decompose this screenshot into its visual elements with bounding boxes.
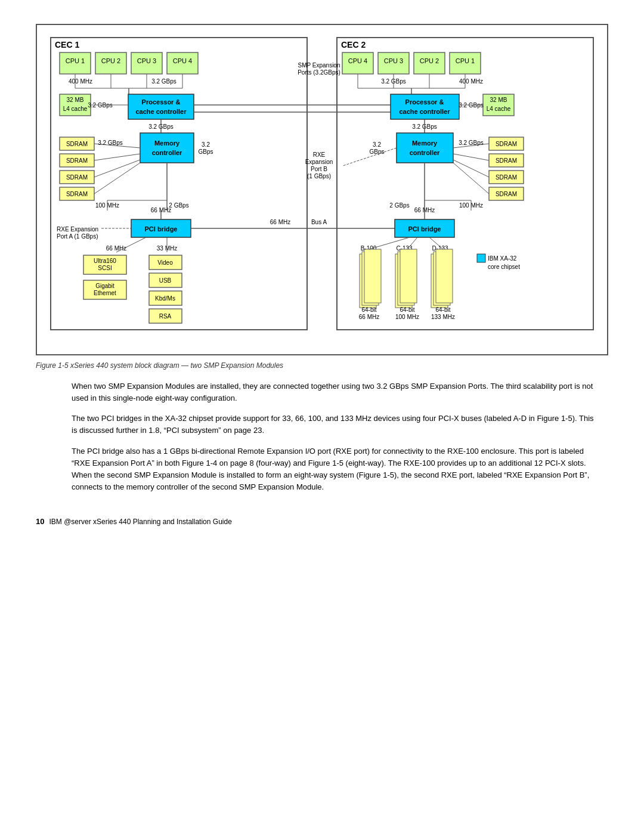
cec1-mem-ctrl-lbl1: Memory	[154, 140, 180, 147]
cec1-kbdms: Kbd/Ms	[155, 295, 175, 302]
bus-a-lbl: Bus A	[311, 219, 327, 225]
cec1-rxe-porta2: Port A (1 GBps)	[57, 233, 98, 240]
cec2-mem-ctrl-lbl1: Memory	[412, 140, 438, 147]
cec2-cpu4: CPU 4	[348, 57, 367, 64]
cec1-cpu1: CPU 1	[66, 57, 85, 64]
cec1-sdram1: SDRAM	[66, 141, 88, 147]
cec2-64bit1: 64-bit	[361, 306, 376, 313]
cec2-66mhz-slot: 66 MHz	[359, 314, 379, 320]
svg-line-64	[453, 163, 489, 194]
svg-rect-78	[436, 249, 453, 303]
cec1-2gbps: 2 GBps	[169, 202, 188, 209]
svg-rect-16	[140, 133, 194, 163]
svg-rect-56	[397, 133, 453, 163]
cec2-gbps-left: GBps	[369, 148, 384, 155]
paragraph-2: The two PCI bridges in the XA-32 chipset…	[72, 413, 596, 436]
rxe-portb-lbl3: Port B	[311, 166, 327, 172]
cec1-400mhz: 400 MHz	[69, 78, 92, 85]
paragraph-3: The PCI bridge also has a 1 GBps bi-dire…	[72, 445, 596, 494]
cec1-cache-ctrl: cache controller	[136, 108, 187, 115]
cec1-32gbps-sdram: 3.2 GBps	[98, 140, 123, 146]
cec1-rxe-porta: RXE Expansion	[57, 226, 98, 233]
svg-line-63	[453, 160, 489, 177]
page-content: CEC 1 CEC 2 CPU 1 CPU 2 CPU 3 CPU 4 400 …	[36, 24, 608, 526]
cec1-sdram4: SDRAM	[66, 191, 88, 197]
cec1-video: Video	[157, 259, 173, 266]
cec2-sdram1: SDRAM	[496, 141, 517, 147]
cec1-cpu3: CPU 3	[137, 57, 156, 64]
cec1-cpu2: CPU 2	[101, 57, 120, 64]
cec1-proc-cache: Processor &	[142, 98, 181, 106]
cec2-sdram2: SDRAM	[496, 157, 517, 164]
cec1-rsa: RSA	[159, 313, 172, 320]
cec2-64bit3: 64-bit	[435, 306, 450, 313]
cec1-gigabit: Gigabit	[95, 283, 114, 289]
svg-rect-75	[400, 249, 417, 303]
cec2-32gbps-sdram: 3.2 GBps	[459, 140, 484, 146]
cec1-pci-bridge: PCI bridge	[144, 225, 177, 233]
svg-line-62	[453, 154, 489, 160]
svg-line-23	[94, 160, 140, 177]
cec1-usb: USB	[159, 277, 172, 284]
cec1-ethernet: Ethernet	[94, 290, 116, 296]
ibm-legend-lbl2: core chipset	[488, 264, 520, 270]
cec1-ultra160: Ultra160	[94, 258, 116, 264]
cec2-2gbps: 2 GBps	[389, 202, 409, 209]
svg-rect-72	[364, 249, 381, 303]
cec1-label: CEC 1	[55, 40, 79, 49]
cec2-l4cache: L4 cache	[487, 106, 511, 112]
svg-line-22	[94, 154, 140, 160]
cec2-cpu1: CPU 1	[456, 57, 475, 64]
page-footer: 10 IBM @server xSeries 440 Planning and …	[36, 517, 608, 526]
cec2-133mhz-slot: 133 MHz	[431, 314, 455, 320]
rxe-portb-lbl4: (1 GBps)	[307, 173, 331, 179]
diagram-wrapper: CEC 1 CEC 2 CPU 1 CPU 2 CPU 3 CPU 4 400 …	[36, 24, 608, 355]
smp-expansion-lbl2: Ports (3.2GBps)	[298, 69, 340, 76]
cec2-cache-ctrl: cache controller	[400, 108, 451, 115]
ibm-legend-lbl1: IBM XA-32	[488, 255, 517, 262]
cec2-pci-bridge: PCI bridge	[408, 225, 441, 233]
cec2-cpu2: CPU 2	[420, 57, 439, 64]
cec1-sdram2: SDRAM	[66, 157, 88, 164]
cec1-l4cache: L4 cache	[63, 106, 88, 112]
cec1-32gbps-top: 3.2 GBps	[151, 78, 177, 85]
rxe-portb-lbl2: Expansion	[305, 159, 333, 165]
cec2-100mhz-slot: 100 MHz	[395, 314, 419, 320]
figure-caption: Figure 1-5 xSeries 440 system block diag…	[36, 361, 608, 370]
cec1-gbps-right: GBps	[198, 148, 213, 155]
page-number: 10	[36, 517, 44, 526]
cec2-label: CEC 2	[341, 40, 366, 49]
smp-expansion-lbl: SMP Expansion	[298, 62, 340, 69]
cec2-32mb: 32 MB	[490, 97, 507, 103]
cec1-32gbps-right: 3.2	[202, 141, 210, 148]
cec2-sdram3: SDRAM	[496, 174, 517, 181]
svg-line-24	[94, 163, 140, 194]
cec2-sdram4: SDRAM	[496, 191, 517, 197]
cec2-cpu3: CPU 3	[384, 57, 403, 64]
cec1-sdram3: SDRAM	[66, 174, 88, 181]
cec1-32mb: 32 MB	[67, 97, 84, 103]
66mhz-bus: 66 MHz	[270, 219, 290, 225]
paragraph-1: When two SMP Expansion Modules are insta…	[72, 380, 596, 404]
cec1-scsi: SCSI	[98, 265, 112, 271]
cec2-64bit2: 64-bit	[400, 306, 414, 313]
footer-text: IBM @server xSeries 440 Planning and Ins…	[49, 518, 231, 526]
system-diagram: CEC 1 CEC 2 CPU 1 CPU 2 CPU 3 CPU 4 400 …	[48, 35, 596, 345]
cec2-proc-cache: Processor &	[405, 98, 444, 106]
cec1-mem-ctrl-lbl2: controller	[152, 149, 182, 156]
cec2-mem-ctrl-lbl2: controller	[410, 149, 440, 156]
svg-rect-79	[477, 254, 485, 262]
cec2-400mhz: 400 MHz	[459, 78, 483, 85]
cec2-32gbps-left: 3.2	[373, 141, 381, 148]
rxe-portb-lbl: RXE	[313, 151, 326, 158]
cec1-cpu4: CPU 4	[173, 57, 192, 64]
